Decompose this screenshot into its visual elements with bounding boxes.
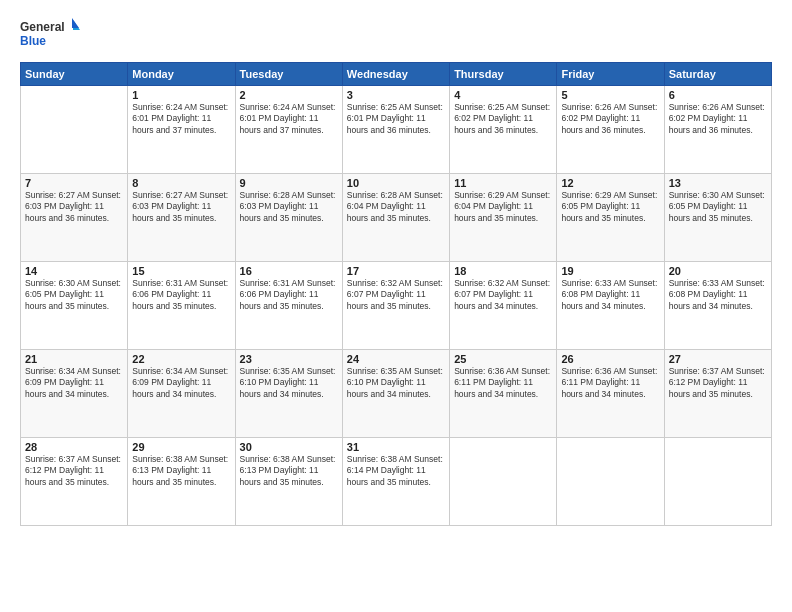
calendar-week-row: 1Sunrise: 6:24 AM Sunset: 6:01 PM Daylig… (21, 86, 772, 174)
day-number: 8 (132, 177, 230, 189)
calendar-cell: 23Sunrise: 6:35 AM Sunset: 6:10 PM Dayli… (235, 350, 342, 438)
day-info: Sunrise: 6:26 AM Sunset: 6:02 PM Dayligh… (561, 102, 659, 136)
calendar-cell: 30Sunrise: 6:38 AM Sunset: 6:13 PM Dayli… (235, 438, 342, 526)
day-number: 25 (454, 353, 552, 365)
day-info: Sunrise: 6:38 AM Sunset: 6:13 PM Dayligh… (240, 454, 338, 488)
calendar-header-row: SundayMondayTuesdayWednesdayThursdayFrid… (21, 63, 772, 86)
day-number: 23 (240, 353, 338, 365)
calendar-cell: 8Sunrise: 6:27 AM Sunset: 6:03 PM Daylig… (128, 174, 235, 262)
day-info: Sunrise: 6:33 AM Sunset: 6:08 PM Dayligh… (561, 278, 659, 312)
day-number: 31 (347, 441, 445, 453)
calendar-cell: 14Sunrise: 6:30 AM Sunset: 6:05 PM Dayli… (21, 262, 128, 350)
svg-text:Blue: Blue (20, 34, 46, 48)
calendar-cell: 9Sunrise: 6:28 AM Sunset: 6:03 PM Daylig… (235, 174, 342, 262)
calendar-header-tuesday: Tuesday (235, 63, 342, 86)
calendar-cell: 2Sunrise: 6:24 AM Sunset: 6:01 PM Daylig… (235, 86, 342, 174)
calendar-cell: 11Sunrise: 6:29 AM Sunset: 6:04 PM Dayli… (450, 174, 557, 262)
calendar-header-monday: Monday (128, 63, 235, 86)
day-info: Sunrise: 6:30 AM Sunset: 6:05 PM Dayligh… (669, 190, 767, 224)
calendar-cell: 12Sunrise: 6:29 AM Sunset: 6:05 PM Dayli… (557, 174, 664, 262)
day-info: Sunrise: 6:35 AM Sunset: 6:10 PM Dayligh… (240, 366, 338, 400)
calendar-header-friday: Friday (557, 63, 664, 86)
day-info: Sunrise: 6:26 AM Sunset: 6:02 PM Dayligh… (669, 102, 767, 136)
calendar-cell: 7Sunrise: 6:27 AM Sunset: 6:03 PM Daylig… (21, 174, 128, 262)
day-number: 13 (669, 177, 767, 189)
day-number: 9 (240, 177, 338, 189)
day-info: Sunrise: 6:32 AM Sunset: 6:07 PM Dayligh… (347, 278, 445, 312)
day-number: 12 (561, 177, 659, 189)
page: General Blue SundayMondayTuesdayWednesda… (0, 0, 792, 612)
day-info: Sunrise: 6:25 AM Sunset: 6:02 PM Dayligh… (454, 102, 552, 136)
logo-svg: General Blue (20, 16, 80, 52)
calendar-cell: 4Sunrise: 6:25 AM Sunset: 6:02 PM Daylig… (450, 86, 557, 174)
day-info: Sunrise: 6:36 AM Sunset: 6:11 PM Dayligh… (561, 366, 659, 400)
day-number: 6 (669, 89, 767, 101)
calendar-cell: 17Sunrise: 6:32 AM Sunset: 6:07 PM Dayli… (342, 262, 449, 350)
day-number: 26 (561, 353, 659, 365)
calendar-cell: 29Sunrise: 6:38 AM Sunset: 6:13 PM Dayli… (128, 438, 235, 526)
calendar-header-saturday: Saturday (664, 63, 771, 86)
day-info: Sunrise: 6:37 AM Sunset: 6:12 PM Dayligh… (669, 366, 767, 400)
calendar-cell: 21Sunrise: 6:34 AM Sunset: 6:09 PM Dayli… (21, 350, 128, 438)
calendar-cell (557, 438, 664, 526)
calendar-cell: 26Sunrise: 6:36 AM Sunset: 6:11 PM Dayli… (557, 350, 664, 438)
svg-marker-3 (72, 18, 79, 28)
day-info: Sunrise: 6:33 AM Sunset: 6:08 PM Dayligh… (669, 278, 767, 312)
calendar-cell: 19Sunrise: 6:33 AM Sunset: 6:08 PM Dayli… (557, 262, 664, 350)
day-info: Sunrise: 6:37 AM Sunset: 6:12 PM Dayligh… (25, 454, 123, 488)
day-info: Sunrise: 6:24 AM Sunset: 6:01 PM Dayligh… (240, 102, 338, 136)
calendar-cell: 18Sunrise: 6:32 AM Sunset: 6:07 PM Dayli… (450, 262, 557, 350)
day-info: Sunrise: 6:38 AM Sunset: 6:13 PM Dayligh… (132, 454, 230, 488)
day-info: Sunrise: 6:30 AM Sunset: 6:05 PM Dayligh… (25, 278, 123, 312)
calendar-cell (664, 438, 771, 526)
day-number: 27 (669, 353, 767, 365)
calendar-header-sunday: Sunday (21, 63, 128, 86)
calendar-cell: 16Sunrise: 6:31 AM Sunset: 6:06 PM Dayli… (235, 262, 342, 350)
day-number: 28 (25, 441, 123, 453)
day-number: 20 (669, 265, 767, 277)
day-number: 2 (240, 89, 338, 101)
header: General Blue (20, 16, 772, 52)
calendar-header-thursday: Thursday (450, 63, 557, 86)
day-info: Sunrise: 6:25 AM Sunset: 6:01 PM Dayligh… (347, 102, 445, 136)
calendar-week-row: 28Sunrise: 6:37 AM Sunset: 6:12 PM Dayli… (21, 438, 772, 526)
calendar-cell: 25Sunrise: 6:36 AM Sunset: 6:11 PM Dayli… (450, 350, 557, 438)
day-number: 10 (347, 177, 445, 189)
day-number: 1 (132, 89, 230, 101)
day-number: 22 (132, 353, 230, 365)
calendar-cell: 10Sunrise: 6:28 AM Sunset: 6:04 PM Dayli… (342, 174, 449, 262)
calendar-cell: 31Sunrise: 6:38 AM Sunset: 6:14 PM Dayli… (342, 438, 449, 526)
calendar-cell: 20Sunrise: 6:33 AM Sunset: 6:08 PM Dayli… (664, 262, 771, 350)
day-info: Sunrise: 6:31 AM Sunset: 6:06 PM Dayligh… (240, 278, 338, 312)
day-number: 19 (561, 265, 659, 277)
calendar-cell: 6Sunrise: 6:26 AM Sunset: 6:02 PM Daylig… (664, 86, 771, 174)
svg-text:General: General (20, 20, 65, 34)
day-info: Sunrise: 6:29 AM Sunset: 6:04 PM Dayligh… (454, 190, 552, 224)
day-number: 15 (132, 265, 230, 277)
calendar-cell: 1Sunrise: 6:24 AM Sunset: 6:01 PM Daylig… (128, 86, 235, 174)
day-number: 14 (25, 265, 123, 277)
calendar-cell: 5Sunrise: 6:26 AM Sunset: 6:02 PM Daylig… (557, 86, 664, 174)
day-number: 5 (561, 89, 659, 101)
day-info: Sunrise: 6:38 AM Sunset: 6:14 PM Dayligh… (347, 454, 445, 488)
calendar-week-row: 14Sunrise: 6:30 AM Sunset: 6:05 PM Dayli… (21, 262, 772, 350)
day-info: Sunrise: 6:28 AM Sunset: 6:04 PM Dayligh… (347, 190, 445, 224)
logo: General Blue (20, 16, 80, 52)
calendar-cell: 15Sunrise: 6:31 AM Sunset: 6:06 PM Dayli… (128, 262, 235, 350)
calendar-cell: 22Sunrise: 6:34 AM Sunset: 6:09 PM Dayli… (128, 350, 235, 438)
calendar-cell: 13Sunrise: 6:30 AM Sunset: 6:05 PM Dayli… (664, 174, 771, 262)
day-number: 3 (347, 89, 445, 101)
calendar-table: SundayMondayTuesdayWednesdayThursdayFrid… (20, 62, 772, 526)
day-info: Sunrise: 6:29 AM Sunset: 6:05 PM Dayligh… (561, 190, 659, 224)
calendar-week-row: 21Sunrise: 6:34 AM Sunset: 6:09 PM Dayli… (21, 350, 772, 438)
day-info: Sunrise: 6:28 AM Sunset: 6:03 PM Dayligh… (240, 190, 338, 224)
calendar-header-wednesday: Wednesday (342, 63, 449, 86)
day-info: Sunrise: 6:34 AM Sunset: 6:09 PM Dayligh… (132, 366, 230, 400)
day-info: Sunrise: 6:27 AM Sunset: 6:03 PM Dayligh… (25, 190, 123, 224)
day-number: 24 (347, 353, 445, 365)
day-info: Sunrise: 6:27 AM Sunset: 6:03 PM Dayligh… (132, 190, 230, 224)
day-info: Sunrise: 6:31 AM Sunset: 6:06 PM Dayligh… (132, 278, 230, 312)
day-info: Sunrise: 6:35 AM Sunset: 6:10 PM Dayligh… (347, 366, 445, 400)
calendar-cell: 24Sunrise: 6:35 AM Sunset: 6:10 PM Dayli… (342, 350, 449, 438)
calendar-cell (450, 438, 557, 526)
